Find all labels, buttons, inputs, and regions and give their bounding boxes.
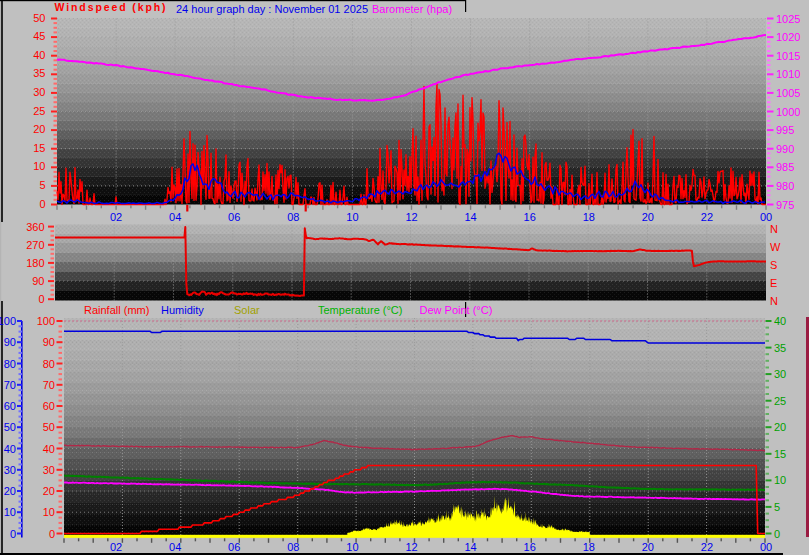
svg-text:180: 180 xyxy=(26,257,44,269)
svg-text:70: 70 xyxy=(43,379,55,391)
svg-text:10: 10 xyxy=(346,541,358,553)
svg-text:985: 985 xyxy=(776,161,794,173)
svg-text:0: 0 xyxy=(774,528,780,540)
svg-text:40: 40 xyxy=(43,443,55,455)
svg-text:Humidity: Humidity xyxy=(161,304,204,316)
svg-text:22: 22 xyxy=(701,211,713,223)
svg-text:14: 14 xyxy=(464,541,476,553)
svg-text:18: 18 xyxy=(583,211,595,223)
svg-text:15: 15 xyxy=(33,142,45,154)
svg-text:1010: 1010 xyxy=(776,68,800,80)
svg-text:50: 50 xyxy=(43,421,55,433)
svg-text:80: 80 xyxy=(43,358,55,370)
svg-text:12: 12 xyxy=(405,211,417,223)
svg-text:24 hour graph day : November 0: 24 hour graph day : November 01 2025 xyxy=(176,3,368,15)
svg-text:16: 16 xyxy=(524,541,536,553)
svg-text:W: W xyxy=(770,241,781,253)
svg-text:360: 360 xyxy=(26,221,44,233)
svg-text:980: 980 xyxy=(776,180,794,192)
svg-text:00: 00 xyxy=(760,541,772,553)
svg-text:22: 22 xyxy=(701,541,713,553)
svg-text:0: 0 xyxy=(10,528,16,540)
svg-text:90: 90 xyxy=(43,336,55,348)
svg-text:20: 20 xyxy=(642,541,654,553)
svg-text:06: 06 xyxy=(228,541,240,553)
svg-text:S: S xyxy=(770,259,777,271)
svg-text:35: 35 xyxy=(774,342,786,354)
svg-text:12: 12 xyxy=(405,541,417,553)
svg-text:5: 5 xyxy=(39,179,45,191)
svg-text:E: E xyxy=(770,277,777,289)
svg-text:30: 30 xyxy=(4,464,16,476)
svg-text:1020: 1020 xyxy=(776,31,800,43)
svg-text:Barometer (hpa): Barometer (hpa) xyxy=(372,3,452,15)
svg-text:10: 10 xyxy=(774,474,786,486)
svg-text:1015: 1015 xyxy=(776,50,800,62)
svg-text:1005: 1005 xyxy=(776,87,800,99)
svg-text:50: 50 xyxy=(33,12,45,24)
svg-text:5: 5 xyxy=(774,501,780,513)
svg-text:10: 10 xyxy=(33,160,45,172)
svg-text:Windspeed (kph): Windspeed (kph) xyxy=(55,1,168,13)
svg-text:70: 70 xyxy=(4,379,16,391)
svg-text:04: 04 xyxy=(169,211,181,223)
svg-text:270: 270 xyxy=(26,239,44,251)
svg-text:80: 80 xyxy=(4,358,16,370)
svg-text:Rainfall (mm): Rainfall (mm) xyxy=(84,304,149,316)
svg-text:0: 0 xyxy=(49,528,55,540)
svg-text:60: 60 xyxy=(4,400,16,412)
svg-text:1000: 1000 xyxy=(776,106,800,118)
svg-text:20: 20 xyxy=(43,485,55,497)
svg-text:90: 90 xyxy=(4,336,16,348)
svg-text:20: 20 xyxy=(4,485,16,497)
svg-text:25: 25 xyxy=(774,395,786,407)
svg-text:N: N xyxy=(770,223,778,235)
svg-text:40: 40 xyxy=(774,315,786,327)
svg-text:N: N xyxy=(770,295,778,307)
svg-text:50: 50 xyxy=(4,421,16,433)
svg-text:35: 35 xyxy=(33,67,45,79)
svg-text:25: 25 xyxy=(33,105,45,117)
svg-text:18: 18 xyxy=(583,541,595,553)
svg-text:60: 60 xyxy=(43,400,55,412)
svg-text:30: 30 xyxy=(43,464,55,476)
svg-text:20: 20 xyxy=(642,211,654,223)
svg-text:90: 90 xyxy=(32,275,44,287)
svg-text:100: 100 xyxy=(0,315,16,327)
svg-text:Solar: Solar xyxy=(234,304,260,316)
svg-text:990: 990 xyxy=(776,143,794,155)
svg-text:30: 30 xyxy=(774,368,786,380)
svg-text:02: 02 xyxy=(110,211,122,223)
svg-text:0: 0 xyxy=(39,198,45,210)
svg-text:14: 14 xyxy=(464,211,476,223)
svg-text:16: 16 xyxy=(524,211,536,223)
svg-text:10: 10 xyxy=(43,506,55,518)
svg-text:45: 45 xyxy=(33,30,45,42)
svg-text:30: 30 xyxy=(33,86,45,98)
svg-text:15: 15 xyxy=(774,448,786,460)
svg-text:40: 40 xyxy=(33,49,45,61)
svg-text:40: 40 xyxy=(4,443,16,455)
svg-text:1025: 1025 xyxy=(776,13,800,25)
svg-text:02: 02 xyxy=(110,541,122,553)
svg-text:975: 975 xyxy=(776,199,794,211)
svg-text:20: 20 xyxy=(774,421,786,433)
svg-text:00: 00 xyxy=(760,211,772,223)
svg-text:08: 08 xyxy=(287,541,299,553)
svg-text:20: 20 xyxy=(33,123,45,135)
svg-text:04: 04 xyxy=(169,541,181,553)
svg-text:100: 100 xyxy=(37,315,55,327)
svg-text:10: 10 xyxy=(4,506,16,518)
svg-text:10: 10 xyxy=(346,211,358,223)
svg-text:995: 995 xyxy=(776,124,794,136)
svg-text:Temperature (°C): Temperature (°C) xyxy=(318,304,402,316)
svg-text:Dew Point (°C): Dew Point (°C) xyxy=(420,304,493,316)
svg-text:0: 0 xyxy=(38,293,44,305)
svg-text:08: 08 xyxy=(287,211,299,223)
svg-text:06: 06 xyxy=(228,211,240,223)
